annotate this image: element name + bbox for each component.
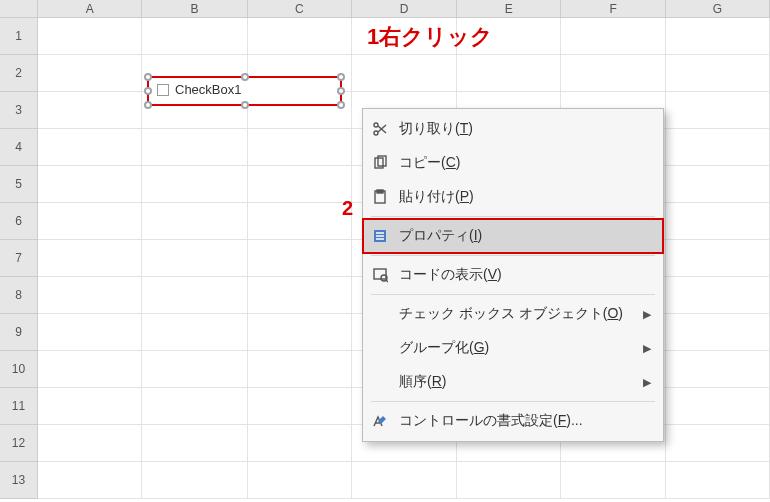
cell[interactable] [142, 462, 247, 499]
column-header[interactable]: E [457, 0, 561, 18]
cell[interactable] [38, 314, 142, 351]
cell[interactable] [561, 18, 665, 55]
cell[interactable] [38, 462, 142, 499]
column-header[interactable]: B [142, 0, 247, 18]
cell[interactable] [457, 55, 561, 92]
menu-checkbox-object[interactable]: チェック ボックス オブジェクト(O) ▶ [363, 297, 663, 331]
cell[interactable] [666, 351, 770, 388]
resize-handle[interactable] [144, 101, 152, 109]
cell[interactable] [666, 203, 770, 240]
row-header[interactable]: 9 [0, 314, 38, 351]
cell[interactable] [248, 462, 352, 499]
cell[interactable] [352, 462, 457, 499]
resize-handle[interactable] [337, 101, 345, 109]
cell[interactable] [666, 425, 770, 462]
cell[interactable] [142, 203, 247, 240]
cell[interactable] [142, 129, 247, 166]
menu-cut[interactable]: 切り取り(T) [363, 112, 663, 146]
cell[interactable] [142, 277, 247, 314]
resize-handle[interactable] [337, 87, 345, 95]
resize-handle[interactable] [144, 73, 152, 81]
menu-order[interactable]: 順序(R) ▶ [363, 365, 663, 399]
cell[interactable] [38, 203, 142, 240]
cell[interactable] [666, 166, 770, 203]
cell[interactable] [38, 18, 142, 55]
column-header[interactable]: A [38, 0, 142, 18]
svg-point-1 [374, 123, 378, 127]
checkbox-control[interactable]: CheckBox1 [147, 76, 342, 106]
resize-handle[interactable] [241, 101, 249, 109]
cell[interactable] [38, 55, 142, 92]
row-header[interactable]: 12 [0, 425, 38, 462]
cell[interactable] [142, 351, 247, 388]
cell[interactable] [38, 351, 142, 388]
cell[interactable] [248, 240, 352, 277]
cell[interactable] [142, 18, 247, 55]
cell[interactable] [666, 314, 770, 351]
cell[interactable] [248, 18, 352, 55]
cell[interactable] [38, 240, 142, 277]
cell[interactable] [666, 462, 770, 499]
cell[interactable] [666, 240, 770, 277]
cell[interactable] [666, 277, 770, 314]
cell[interactable] [666, 18, 770, 55]
column-header[interactable]: F [561, 0, 665, 18]
cell[interactable] [561, 55, 665, 92]
row-header[interactable]: 4 [0, 129, 38, 166]
cell[interactable] [142, 166, 247, 203]
cell[interactable] [248, 277, 352, 314]
cell[interactable] [666, 129, 770, 166]
row-header[interactable]: 6 [0, 203, 38, 240]
row-header[interactable]: 1 [0, 18, 38, 55]
cell[interactable] [666, 388, 770, 425]
column-header[interactable]: D [352, 0, 457, 18]
row-header[interactable]: 8 [0, 277, 38, 314]
cell[interactable] [248, 166, 352, 203]
cell[interactable] [248, 129, 352, 166]
cell[interactable] [248, 388, 352, 425]
blank-icon [371, 373, 389, 391]
cell[interactable] [248, 203, 352, 240]
cell[interactable] [38, 425, 142, 462]
resize-handle[interactable] [144, 87, 152, 95]
cell[interactable] [352, 55, 457, 92]
cell[interactable] [142, 388, 247, 425]
cell[interactable] [248, 351, 352, 388]
select-all-corner[interactable] [0, 0, 38, 18]
menu-view-code[interactable]: コードの表示(V) [363, 258, 663, 292]
row-header[interactable]: 5 [0, 166, 38, 203]
cell[interactable] [142, 314, 247, 351]
row-header[interactable]: 2 [0, 55, 38, 92]
cell[interactable] [248, 425, 352, 462]
menu-group[interactable]: グループ化(G) ▶ [363, 331, 663, 365]
menu-label: 順序(R) [399, 373, 633, 391]
cell[interactable] [38, 92, 142, 129]
menu-paste[interactable]: 貼り付け(P) [363, 180, 663, 214]
resize-handle[interactable] [337, 73, 345, 81]
cell[interactable] [38, 129, 142, 166]
row-header[interactable]: 7 [0, 240, 38, 277]
row-header[interactable]: 11 [0, 388, 38, 425]
menu-format-control[interactable]: コントロールの書式設定(F)... [363, 404, 663, 438]
column-header[interactable]: G [666, 0, 770, 18]
cell[interactable] [666, 55, 770, 92]
cell[interactable] [38, 166, 142, 203]
chevron-right-icon: ▶ [643, 376, 653, 389]
svg-rect-5 [377, 190, 383, 193]
row-header[interactable]: 10 [0, 351, 38, 388]
cell[interactable] [142, 240, 247, 277]
row-header[interactable]: 13 [0, 462, 38, 499]
resize-handle[interactable] [241, 73, 249, 81]
menu-properties[interactable]: プロパティ(I) [363, 219, 663, 253]
column-header[interactable]: C [248, 0, 352, 18]
cell[interactable] [457, 462, 561, 499]
checkbox-label: CheckBox1 [175, 82, 241, 97]
cell[interactable] [38, 388, 142, 425]
cell[interactable] [38, 277, 142, 314]
cell[interactable] [666, 92, 770, 129]
cell[interactable] [142, 425, 247, 462]
menu-copy[interactable]: コピー(C) [363, 146, 663, 180]
cell[interactable] [248, 314, 352, 351]
cell[interactable] [561, 462, 665, 499]
row-header[interactable]: 3 [0, 92, 38, 129]
